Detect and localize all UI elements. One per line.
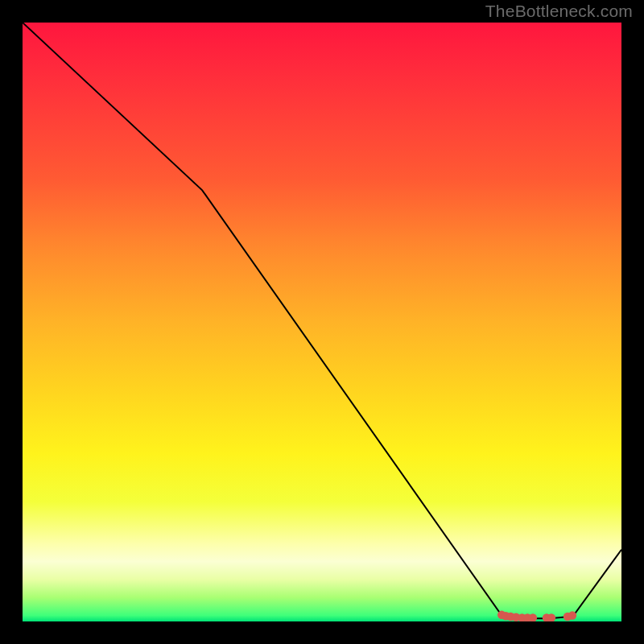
marker-group xyxy=(497,611,576,621)
plot-area xyxy=(23,23,621,621)
curve-marker xyxy=(568,611,576,619)
curve-group xyxy=(23,23,621,618)
chart-container: TheBottleneck.com xyxy=(0,0,644,644)
chart-svg xyxy=(23,23,621,621)
bottleneck-curve-path xyxy=(23,23,621,618)
attribution-label: TheBottleneck.com xyxy=(485,2,633,21)
